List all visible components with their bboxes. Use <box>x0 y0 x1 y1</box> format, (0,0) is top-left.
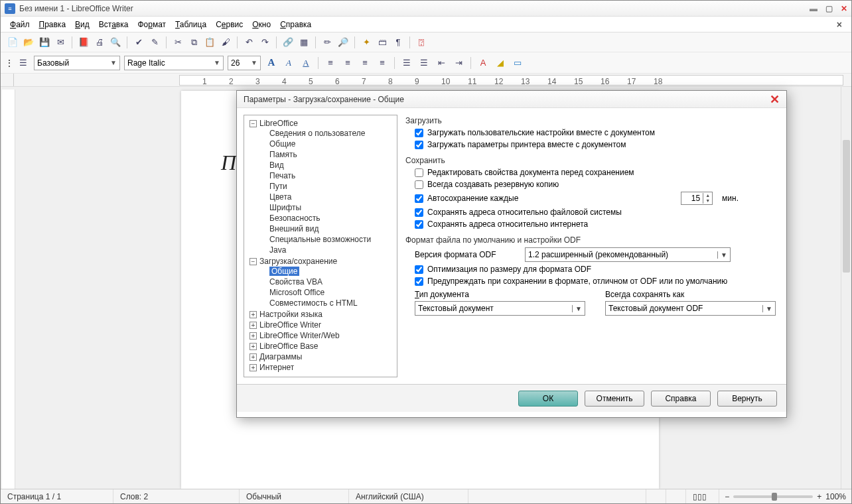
font-size-combo[interactable]: 26▼ <box>228 56 261 70</box>
bullet-list-icon[interactable]: ☰ <box>417 56 431 70</box>
table-icon[interactable]: ▦ <box>297 36 311 49</box>
horizontal-ruler[interactable]: 123456789101112131415161718 <box>179 75 843 86</box>
autosave-minutes-spinner[interactable]: ▲▼ <box>681 192 713 205</box>
font-color-icon[interactable]: A <box>476 56 490 70</box>
tree-item[interactable]: Общие <box>267 139 394 149</box>
navigator-icon[interactable]: ✦ <box>360 36 373 49</box>
menu-file[interactable]: Файл <box>6 19 34 31</box>
zoom-in-icon[interactable]: + <box>817 492 821 501</box>
tree-item[interactable]: Java <box>267 245 394 255</box>
indent-icon[interactable]: ⇥ <box>452 56 465 70</box>
tree-internet[interactable]: +Интернет <box>247 362 394 373</box>
tree-loadsave[interactable]: −Загрузка/сохранение ОбщиеСвойства VBAMi… <box>247 256 394 309</box>
styles-icon[interactable]: ☰ <box>17 56 30 70</box>
zoom-slider[interactable] <box>733 495 813 498</box>
redo-icon[interactable]: ↷ <box>258 36 271 49</box>
zoom-out-icon[interactable]: − <box>725 492 729 501</box>
tree-item[interactable]: Вид <box>267 160 394 170</box>
cut-icon[interactable]: ✂ <box>171 36 184 49</box>
open-icon[interactable]: 📂 <box>22 36 35 49</box>
tree-lang[interactable]: +Настройки языка <box>247 309 394 320</box>
tree-item[interactable]: Безопасность <box>267 213 394 223</box>
tree-item[interactable]: Специальные возможности <box>267 234 394 245</box>
toolbar-grip-icon[interactable]: ⋮ <box>6 56 13 70</box>
minimize-button[interactable]: ▬ <box>810 4 817 13</box>
ok-button[interactable]: ОК <box>518 391 578 407</box>
status-insert-mode[interactable] <box>646 489 666 503</box>
menu-table[interactable]: Таблица <box>171 19 210 31</box>
outdent-icon[interactable]: ⇤ <box>435 56 448 70</box>
menu-view[interactable]: Вид <box>71 19 94 31</box>
tree-item[interactable]: Microsoft Office <box>267 287 394 298</box>
chk-backup[interactable] <box>415 180 423 189</box>
tree-base[interactable]: +LibreOffice Base <box>247 341 394 351</box>
cancel-button[interactable]: Отменить <box>585 391 644 407</box>
options-tree[interactable]: −LibreOffice Сведения о пользователеОбщи… <box>244 115 397 377</box>
help-button[interactable]: Справка <box>651 391 711 407</box>
tree-libreoffice[interactable]: −LibreOffice Сведения о пользователеОбщи… <box>247 118 394 256</box>
gallery-icon[interactable]: 🗃 <box>376 36 389 49</box>
spinner-up-icon[interactable]: ▲ <box>703 193 712 198</box>
odf-version-dropdown[interactable]: 1.2 расширенный (рекомендованный)▼ <box>525 247 731 262</box>
dialog-close-icon[interactable]: ✕ <box>770 92 780 107</box>
close-button[interactable]: ✕ <box>841 4 847 13</box>
scroll-thumb[interactable] <box>843 140 850 273</box>
tree-item[interactable]: Шрифты <box>267 202 394 213</box>
menu-window[interactable]: Окно <box>248 19 275 31</box>
tree-writer[interactable]: +LibreOffice Writer <box>247 320 394 330</box>
close-document-button[interactable]: × <box>833 19 846 30</box>
status-selection-mode[interactable] <box>666 489 686 503</box>
vertical-ruler[interactable] <box>2 90 15 489</box>
tree-item[interactable]: Общие <box>267 266 394 277</box>
tree-item[interactable]: Сведения о пользователе <box>267 128 394 139</box>
underline-icon[interactable]: A <box>299 56 313 70</box>
tree-item[interactable]: Печать <box>267 170 394 181</box>
revert-button[interactable]: Вернуть <box>717 391 777 407</box>
menu-insert[interactable]: Вставка <box>95 19 133 31</box>
autospell-icon[interactable]: ✎ <box>148 36 161 49</box>
tree-item[interactable]: Цвета <box>267 192 394 202</box>
align-right-icon[interactable]: ≡ <box>358 56 372 70</box>
chk-save-rel-net[interactable] <box>415 220 423 229</box>
format-paint-icon[interactable]: 🖌 <box>219 36 232 49</box>
nonprinting-icon[interactable]: ¶ <box>391 36 405 49</box>
menu-tools[interactable]: Сервис <box>212 19 247 31</box>
save-icon[interactable]: 💾 <box>38 36 51 49</box>
tree-item[interactable]: Пути <box>267 181 394 192</box>
tree-item[interactable]: Совместимость с HTML <box>267 298 394 308</box>
status-view-layout[interactable]: ▯▯▯ <box>686 489 719 503</box>
align-justify-icon[interactable]: ≡ <box>376 56 389 70</box>
status-style[interactable]: Обычный <box>240 489 349 503</box>
chk-opt-size[interactable] <box>415 265 423 274</box>
italic-icon[interactable]: A <box>282 56 295 70</box>
saveas-dropdown[interactable]: Текстовый документ ODF▼ <box>605 301 776 316</box>
paragraph-style-combo[interactable]: Базовый▼ <box>34 56 120 70</box>
find-icon[interactable]: 🔎 <box>336 36 350 49</box>
numbered-list-icon[interactable]: ☰ <box>400 56 413 70</box>
font-name-combo[interactable]: Rage Italic▼ <box>124 56 224 70</box>
undo-icon[interactable]: ↶ <box>242 36 255 49</box>
copy-icon[interactable]: ⧉ <box>187 36 200 49</box>
menu-help[interactable]: Справка <box>276 19 315 31</box>
spellcheck-icon[interactable]: ✔ <box>132 36 145 49</box>
align-center-icon[interactable]: ≡ <box>341 56 354 70</box>
zoom-value[interactable]: 100% <box>825 492 846 501</box>
bold-icon[interactable]: A <box>265 56 278 70</box>
print-icon[interactable]: 🖨 <box>93 36 106 49</box>
menu-format[interactable]: Формат <box>133 19 170 31</box>
doctype-dropdown[interactable]: Текстовый документ▼ <box>415 301 585 316</box>
preview-icon[interactable]: 🔍 <box>109 36 122 49</box>
tree-item[interactable]: Свойства VBA <box>267 277 394 287</box>
tree-item[interactable]: Память <box>267 149 394 160</box>
tree-writerweb[interactable]: +LibreOffice Writer/Web <box>247 330 394 341</box>
hyperlink-icon[interactable]: 🔗 <box>281 36 295 49</box>
tree-item[interactable]: Внешний вид <box>267 223 394 234</box>
align-left-icon[interactable]: ≡ <box>324 56 337 70</box>
chk-edit-props[interactable] <box>415 168 423 177</box>
highlight-icon[interactable]: ◢ <box>494 56 507 70</box>
menu-edit[interactable]: Правка <box>35 19 70 31</box>
maximize-button[interactable]: ▢ <box>825 4 833 13</box>
help-icon[interactable]: ⍰ <box>415 36 428 49</box>
chk-autosave[interactable] <box>415 194 423 203</box>
paste-icon[interactable]: 📋 <box>203 36 216 49</box>
